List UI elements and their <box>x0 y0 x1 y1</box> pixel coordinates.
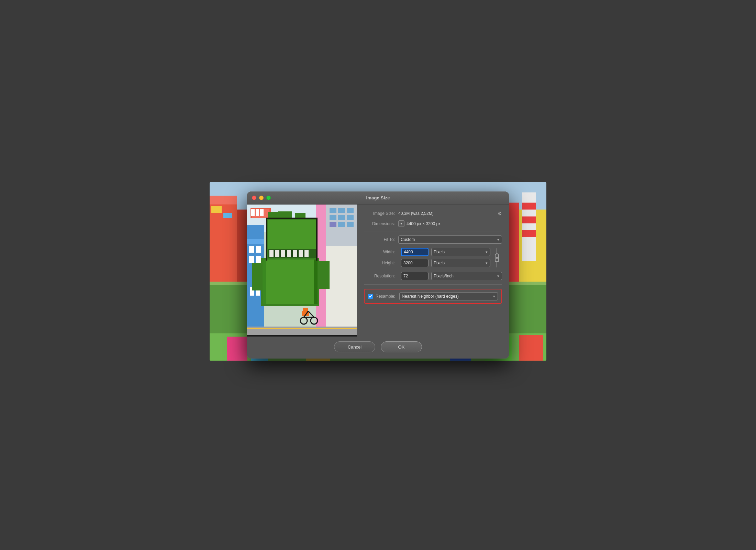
svg-rect-63 <box>281 250 285 257</box>
chain-link-icon <box>494 248 500 268</box>
svg-rect-16 <box>522 230 536 237</box>
svg-rect-25 <box>227 337 247 361</box>
dialog-buttons: Cancel OK <box>247 337 509 359</box>
svg-rect-37 <box>347 208 354 213</box>
minimize-button[interactable] <box>259 196 264 200</box>
svg-rect-4 <box>210 196 237 205</box>
resample-select[interactable]: Nearest Neighbor (hard edges) Bilinear B… <box>399 292 498 300</box>
resolution-input[interactable] <box>401 272 429 280</box>
dialog-title: Image Size <box>366 195 390 200</box>
svg-rect-51 <box>247 239 264 244</box>
link-bracket-icon <box>492 248 502 268</box>
image-size-dialog: Image Size <box>247 191 509 359</box>
svg-rect-85 <box>316 218 318 261</box>
image-size-row: Image Size: 40,3M (was 2,52M) ⚙ <box>364 211 502 216</box>
height-unit-wrapper[interactable]: Pixels Inches cm ▾ <box>431 259 490 267</box>
svg-point-96 <box>496 257 498 259</box>
fit-to-row: Fit To: Custom Original Size Letter (8 x… <box>364 235 502 244</box>
svg-rect-49 <box>260 209 264 216</box>
fit-to-select[interactable]: Custom Original Size Letter (8 x 10 in) <box>398 235 502 244</box>
fit-to-select-wrapper[interactable]: Custom Original Size Letter (8 x 10 in) … <box>398 235 502 244</box>
svg-rect-72 <box>297 250 299 257</box>
svg-rect-75 <box>263 260 318 304</box>
svg-rect-66 <box>299 250 303 257</box>
svg-rect-73 <box>303 250 304 257</box>
divider-1 <box>364 231 502 231</box>
svg-rect-15 <box>522 217 536 223</box>
dimensions-value-group: ▾ 4400 px × 3200 px <box>398 220 502 227</box>
svg-rect-70 <box>285 250 287 257</box>
cancel-button[interactable]: Cancel <box>334 341 375 352</box>
fit-to-label: Fit To: <box>364 237 398 242</box>
dimensions-value: 4400 px × 3200 px <box>407 221 441 226</box>
svg-rect-42 <box>338 222 345 227</box>
svg-rect-53 <box>256 246 261 253</box>
height-unit-select[interactable]: Pixels Inches cm <box>431 259 490 267</box>
height-input[interactable] <box>401 259 429 267</box>
resample-checkbox[interactable] <box>368 294 373 299</box>
svg-rect-76 <box>252 263 263 290</box>
svg-rect-36 <box>338 208 345 213</box>
resolution-row: Resolution: Pixels/Inch Pixels/cm ▾ <box>364 272 502 280</box>
svg-rect-68 <box>274 250 275 257</box>
dimensions-label: Dimensions: <box>364 221 398 226</box>
svg-rect-14 <box>522 203 536 210</box>
dialog-content: Image Size: 40,3M (was 2,52M) ⚙ Dimensio… <box>247 205 509 337</box>
height-label: Height: <box>364 261 398 265</box>
svg-rect-47 <box>251 209 255 216</box>
preview-image <box>247 205 357 335</box>
svg-rect-77 <box>319 261 330 289</box>
svg-rect-48 <box>256 209 259 216</box>
svg-rect-65 <box>293 250 297 257</box>
svg-rect-78 <box>263 260 266 304</box>
resample-row: Resample: Nearest Neighbor (hard edges) … <box>364 289 502 304</box>
svg-rect-87 <box>303 308 308 312</box>
svg-rect-35 <box>330 208 336 213</box>
svg-rect-40 <box>347 215 354 220</box>
height-row: Height: Pixels Inches cm ▾ <box>364 259 490 267</box>
resolution-unit-select[interactable]: Pixels/Inch Pixels/cm <box>431 272 502 280</box>
ok-button[interactable]: OK <box>381 341 422 352</box>
resample-label: Resample: <box>376 294 397 299</box>
resample-select-wrapper[interactable]: Nearest Neighbor (hard edges) Bilinear B… <box>399 292 498 300</box>
svg-rect-41 <box>330 222 336 227</box>
preview-panel <box>247 205 357 337</box>
maximize-button[interactable] <box>266 196 271 200</box>
svg-rect-6 <box>223 213 232 218</box>
svg-rect-79 <box>314 260 318 304</box>
svg-rect-30 <box>519 335 543 361</box>
close-button[interactable] <box>252 196 256 200</box>
width-input[interactable] <box>401 248 429 256</box>
settings-panel: Image Size: 40,3M (was 2,52M) ⚙ Dimensio… <box>357 205 509 337</box>
width-unit-select[interactable]: Pixels Inches cm <box>431 248 490 256</box>
svg-rect-43 <box>347 222 354 227</box>
resolution-unit-wrapper[interactable]: Pixels/Inch Pixels/cm ▾ <box>431 272 502 280</box>
wh-section: Width: Pixels Inches cm ▾ <box>364 248 502 268</box>
svg-rect-55 <box>256 256 261 263</box>
svg-rect-61 <box>269 250 274 257</box>
svg-rect-84 <box>266 218 267 261</box>
width-unit-wrapper[interactable]: Pixels Inches cm ▾ <box>431 248 490 256</box>
wh-fields: Width: Pixels Inches cm ▾ <box>364 248 490 268</box>
resolution-label: Resolution: <box>364 274 398 278</box>
svg-rect-64 <box>287 250 291 257</box>
image-size-value: 40,3M (was 2,52M) <box>398 211 498 216</box>
svg-rect-83 <box>266 218 318 219</box>
divider-2 <box>364 284 502 285</box>
svg-rect-52 <box>249 246 254 253</box>
dialog-container: Image Size <box>247 191 509 359</box>
svg-rect-38 <box>330 215 336 220</box>
width-row: Width: Pixels Inches cm ▾ <box>364 248 490 256</box>
title-bar: Image Size <box>247 191 509 205</box>
width-label: Width: <box>364 250 398 254</box>
svg-rect-54 <box>249 256 254 263</box>
svg-rect-69 <box>279 250 281 257</box>
svg-rect-71 <box>291 250 293 257</box>
dimensions-badge[interactable]: ▾ <box>398 220 404 227</box>
svg-rect-5 <box>211 206 222 213</box>
svg-rect-39 <box>338 215 345 220</box>
gear-icon[interactable]: ⚙ <box>498 211 502 216</box>
dimensions-row: Dimensions: ▾ 4400 px × 3200 px <box>364 220 502 227</box>
svg-rect-94 <box>247 328 357 329</box>
svg-rect-62 <box>275 250 279 257</box>
